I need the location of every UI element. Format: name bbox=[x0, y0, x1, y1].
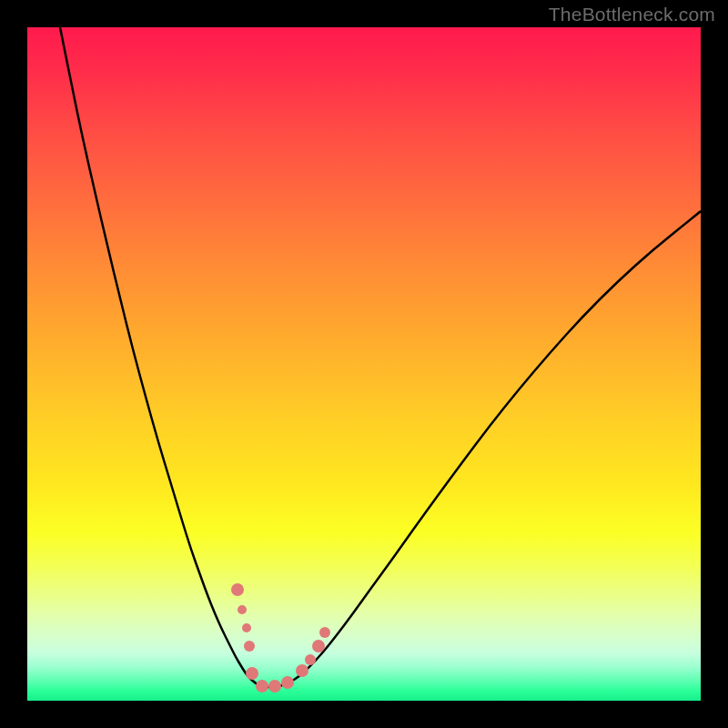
data-marker bbox=[238, 605, 247, 614]
curve-markers bbox=[231, 583, 330, 693]
curve-right bbox=[262, 211, 701, 687]
data-marker bbox=[312, 640, 325, 652]
data-marker bbox=[319, 627, 330, 638]
data-marker bbox=[281, 676, 294, 689]
chart-frame: TheBottleneck.com bbox=[0, 0, 728, 728]
data-marker bbox=[256, 680, 268, 693]
data-marker bbox=[268, 680, 281, 693]
data-marker bbox=[305, 654, 316, 665]
data-marker bbox=[242, 623, 251, 632]
data-marker bbox=[231, 583, 244, 596]
data-marker bbox=[244, 641, 255, 652]
curve-svg bbox=[27, 27, 701, 701]
watermark-text: TheBottleneck.com bbox=[549, 4, 715, 25]
plot-area bbox=[27, 27, 701, 701]
data-marker bbox=[296, 664, 308, 677]
data-marker bbox=[246, 667, 258, 680]
bottleneck-curve bbox=[60, 27, 701, 687]
